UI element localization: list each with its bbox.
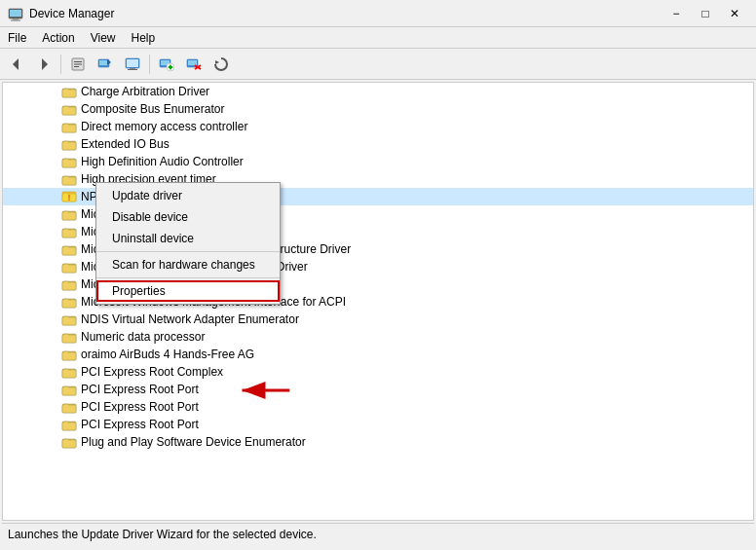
tree-item[interactable]: Numeric data processor xyxy=(3,328,753,346)
folder-icon xyxy=(61,399,77,415)
status-bar: Launches the Update Driver Wizard for th… xyxy=(2,523,754,544)
toolbar-separator-1 xyxy=(60,55,61,74)
tree-item-label: Composite Bus Enumerator xyxy=(81,102,224,116)
folder-icon xyxy=(61,224,77,239)
update-driver-button[interactable] xyxy=(93,52,118,77)
forward-button[interactable] xyxy=(31,52,57,77)
svg-rect-7 xyxy=(74,61,82,62)
svg-rect-2 xyxy=(13,18,19,20)
folder-icon xyxy=(61,84,77,99)
tree-item[interactable]: PCI Express Root Complex xyxy=(3,363,753,381)
menu-bar: File Action View Help xyxy=(0,27,756,49)
tree-item-label: High Definition Audio Controller xyxy=(81,155,244,168)
svg-rect-1 xyxy=(10,10,21,17)
device-tree[interactable]: Charge Arbitration Driver Composite Bus … xyxy=(2,82,754,521)
window-controls: − □ ✕ xyxy=(662,4,748,23)
svg-marker-5 xyxy=(42,58,48,70)
folder-icon xyxy=(61,259,77,275)
properties-button[interactable] xyxy=(65,52,91,77)
folder-icon xyxy=(61,364,77,380)
uninstall-button[interactable] xyxy=(181,52,207,77)
folder-icon xyxy=(61,347,77,362)
tree-item-label: Charge Arbitration Driver xyxy=(81,85,209,98)
context-menu-separator xyxy=(96,251,280,252)
folder-icon xyxy=(61,101,77,117)
tree-item-label: Numeric data processor xyxy=(81,330,205,344)
folder-icon xyxy=(61,382,77,397)
context-menu-disable-device[interactable]: Disable device xyxy=(96,206,280,228)
folder-icon xyxy=(61,154,77,169)
svg-rect-8 xyxy=(74,63,82,64)
svg-rect-14 xyxy=(127,59,138,67)
context-menu-scan-hardware[interactable]: Scan for hardware changes xyxy=(96,254,280,275)
tree-item[interactable]: PCI Express Root Port xyxy=(3,398,753,416)
tree-item-label: oraimo AirBuds 4 Hands-Free AG xyxy=(81,348,254,361)
tree-item[interactable]: Composite Bus Enumerator xyxy=(3,100,753,118)
folder-icon xyxy=(61,417,77,432)
tree-item-label: NDIS Virtual Network Adapter Enumerator xyxy=(81,312,299,326)
tree-item[interactable]: Extended IO Bus xyxy=(3,135,753,153)
menu-item-action[interactable]: Action xyxy=(34,27,82,48)
folder-icon xyxy=(61,434,77,450)
svg-text:!: ! xyxy=(68,193,71,202)
close-button[interactable]: ✕ xyxy=(721,4,748,23)
toolbar-separator-2 xyxy=(149,55,150,74)
svg-rect-11 xyxy=(99,60,108,65)
svg-marker-26 xyxy=(215,60,219,64)
folder-icon xyxy=(61,171,77,187)
context-menu: Update driver Disable device Uninstall d… xyxy=(95,182,281,305)
app-icon xyxy=(8,6,23,21)
folder-icon xyxy=(61,119,77,134)
toolbar xyxy=(0,49,756,80)
folder-icon xyxy=(61,312,77,327)
context-menu-properties[interactable]: Properties xyxy=(96,280,280,302)
tree-item[interactable]: Plug and Play Software Device Enumerator xyxy=(3,433,753,451)
folder-icon xyxy=(61,276,77,292)
folder-icon xyxy=(61,241,77,257)
menu-item-view[interactable]: View xyxy=(83,27,124,48)
tree-item[interactable]: NDIS Virtual Network Adapter Enumerator xyxy=(3,311,753,328)
tree-item-label: PCI Express Root Complex xyxy=(81,365,223,379)
tree-item-label: Extended IO Bus xyxy=(81,137,170,151)
tree-item[interactable]: Charge Arbitration Driver xyxy=(3,83,753,100)
folder-icon xyxy=(61,329,77,345)
menu-item-help[interactable]: Help xyxy=(124,27,164,48)
context-menu-separator-2 xyxy=(96,277,280,278)
tree-item-label: Direct memory access controller xyxy=(81,120,247,133)
minimize-button[interactable]: − xyxy=(662,4,690,23)
tree-item[interactable]: High Definition Audio Controller xyxy=(3,153,753,170)
folder-icon: ! xyxy=(61,189,77,204)
svg-rect-21 xyxy=(169,66,173,68)
svg-rect-9 xyxy=(74,66,79,67)
svg-rect-16 xyxy=(128,69,137,70)
folder-icon xyxy=(61,136,77,152)
svg-marker-4 xyxy=(13,58,19,70)
tree-item[interactable]: oraimo AirBuds 4 Hands-Free AG xyxy=(3,346,753,363)
tree-item-label: PCI Express Root Port xyxy=(81,400,199,414)
tree-item-label: PCI Express Root Port xyxy=(81,418,199,431)
scan-button[interactable] xyxy=(208,52,234,77)
folder-icon xyxy=(61,294,77,310)
add-device-button[interactable] xyxy=(154,52,179,77)
context-menu-update-driver[interactable]: Update driver xyxy=(96,185,280,206)
maximize-button[interactable]: □ xyxy=(692,4,719,23)
folder-icon xyxy=(61,206,77,222)
tree-item[interactable]: Direct memory access controller xyxy=(3,118,753,135)
computer-button[interactable] xyxy=(120,52,145,77)
status-text: Launches the Update Driver Wizard for th… xyxy=(8,528,317,541)
window-title: Device Manager xyxy=(29,7,114,20)
tree-item[interactable]: PCI Express Root Port xyxy=(3,416,753,433)
tree-item-label: Plug and Play Software Device Enumerator xyxy=(81,435,306,449)
back-button[interactable] xyxy=(4,52,29,77)
svg-rect-15 xyxy=(130,68,135,69)
tree-item-label: PCI Express Root Port xyxy=(81,383,199,396)
tree-item[interactable]: PCI Express Root Port xyxy=(3,381,753,398)
context-menu-uninstall-device[interactable]: Uninstall device xyxy=(96,228,280,249)
menu-item-file[interactable]: File xyxy=(0,27,34,48)
title-bar: Device Manager − □ ✕ xyxy=(0,0,756,27)
svg-rect-3 xyxy=(11,19,20,20)
